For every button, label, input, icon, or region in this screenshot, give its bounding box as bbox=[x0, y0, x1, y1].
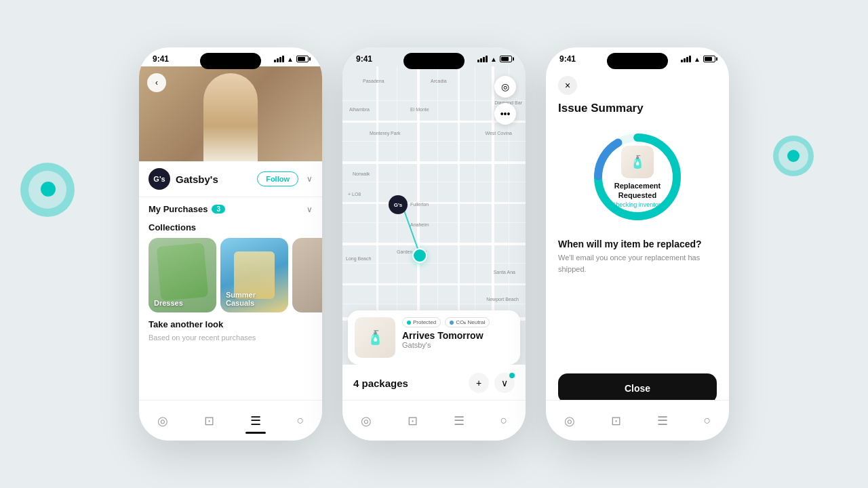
nav-location-1[interactable]: ◎ bbox=[157, 413, 168, 428]
list-icon-2: ☰ bbox=[454, 413, 465, 428]
protected-dot bbox=[407, 321, 411, 325]
location-control-button[interactable]: ◎ bbox=[494, 76, 516, 98]
back-button[interactable]: ‹ bbox=[147, 73, 166, 92]
map-label-long-beach: Long Beach bbox=[346, 256, 371, 261]
phone-issue: 9:41 ▲ × Issue Summary bbox=[546, 47, 729, 441]
dynamic-island-3 bbox=[607, 53, 668, 69]
donut-center: 🧴 Replacement Requested Checking invento… bbox=[612, 146, 664, 209]
bottom-nav-2: ◎ ⊡ ☰ ○ bbox=[342, 400, 526, 441]
nav-bag-2[interactable]: ⊡ bbox=[408, 413, 418, 428]
deco-circle-right bbox=[773, 136, 814, 176]
close-action-button[interactable]: Close bbox=[558, 373, 717, 403]
modal-content: × Issue Summary 🧴 Replacement Requested … bbox=[546, 66, 729, 338]
status-time-3: 9:41 bbox=[559, 54, 576, 64]
nav-bag-1[interactable]: ⊡ bbox=[204, 413, 214, 428]
co2-dot bbox=[450, 321, 454, 325]
chevron-icon: ∨ bbox=[307, 174, 313, 184]
person-icon: ○ bbox=[297, 413, 304, 428]
deco-dot-right bbox=[787, 150, 800, 162]
dynamic-island-2 bbox=[403, 53, 465, 69]
map-label-anaheim: Anaheim bbox=[410, 222, 429, 227]
arrives-label: Arrives Tomorrow bbox=[402, 330, 513, 341]
nav-bag-3[interactable]: ⊡ bbox=[611, 413, 621, 428]
svg-rect-12 bbox=[342, 141, 526, 142]
collection-dresses[interactable]: Dresses bbox=[149, 238, 216, 312]
protected-label: Protected bbox=[413, 319, 436, 325]
question-desc: We'll email you once your replacement ha… bbox=[558, 252, 717, 274]
purchases-label: My Purchases bbox=[149, 204, 208, 214]
notification-dot bbox=[509, 373, 515, 378]
chevron-down-icon: ∨ bbox=[501, 378, 508, 388]
collection-summer-label: Summer Casuals bbox=[226, 291, 256, 307]
follow-button[interactable]: Follow bbox=[257, 171, 298, 186]
status-bar-3: 9:41 ▲ bbox=[546, 47, 729, 66]
collection-more[interactable] bbox=[292, 238, 322, 312]
package-shop: Gatsby's bbox=[402, 341, 513, 349]
hero-image: ‹ bbox=[139, 66, 322, 161]
phone-map: 9:41 ▲ bbox=[342, 47, 526, 441]
location-icon: ◎ bbox=[157, 413, 168, 428]
signal-icon-2 bbox=[477, 56, 488, 62]
svg-rect-2 bbox=[342, 161, 526, 164]
shop-avatar: G's bbox=[149, 168, 170, 190]
map-label-norwalk: Norwalk bbox=[353, 171, 370, 176]
add-icon: + bbox=[476, 378, 481, 388]
expand-packages-button[interactable]: ∨ bbox=[494, 373, 515, 393]
nav-location-3[interactable]: ◎ bbox=[564, 413, 575, 428]
shop-name: Gatsby's bbox=[176, 174, 218, 185]
wifi-icon-3: ▲ bbox=[694, 56, 701, 63]
profile-row: G's Gatsby's Follow ∨ bbox=[149, 168, 313, 190]
packages-actions: + ∨ bbox=[469, 373, 515, 393]
collection-dresses-label: Dresses bbox=[154, 299, 183, 307]
packages-footer: 4 packages + ∨ bbox=[342, 365, 526, 401]
map-label-monterey: Monterey Park bbox=[370, 131, 401, 136]
deco-circle-left bbox=[20, 163, 75, 217]
list-icon: ☰ bbox=[250, 413, 261, 428]
profile-left: G's Gatsby's bbox=[149, 168, 218, 190]
status-bar-1: 9:41 ▲ bbox=[139, 47, 322, 66]
nav-list-2[interactable]: ☰ bbox=[454, 413, 465, 428]
protected-badge: Protected bbox=[402, 317, 441, 327]
nav-list-1[interactable]: ☰ bbox=[250, 413, 261, 428]
package-info: Protected CO₂ Neutral Arrives Tomorrow G… bbox=[402, 317, 513, 358]
map-label-newport: Newport Beach bbox=[486, 297, 519, 302]
status-time-1: 9:41 bbox=[153, 54, 169, 64]
nav-location-2[interactable]: ◎ bbox=[361, 413, 372, 428]
person-icon-3: ○ bbox=[704, 413, 711, 428]
collection-summer[interactable]: Summer Casuals bbox=[220, 238, 288, 312]
purchases-badge: 3 bbox=[212, 205, 225, 214]
co2-badge: CO₂ Neutral bbox=[445, 317, 490, 327]
take-another-look-label: Take another look bbox=[139, 312, 322, 332]
svg-rect-5 bbox=[342, 283, 526, 285]
list-icon-3: ☰ bbox=[657, 413, 668, 428]
bottom-nav-1: ◎ ⊡ ☰ ○ bbox=[139, 400, 322, 441]
donut-status-text: Replacement Requested bbox=[612, 181, 664, 201]
wifi-icon: ▲ bbox=[287, 56, 294, 63]
more-control-button[interactable]: ••• bbox=[494, 103, 516, 125]
donut-product-thumb: 🧴 bbox=[621, 146, 654, 178]
wifi-icon-2: ▲ bbox=[490, 56, 497, 63]
add-package-button[interactable]: + bbox=[469, 373, 489, 393]
dynamic-island-1 bbox=[200, 53, 261, 69]
purchases-row[interactable]: My Purchases 3 ∨ bbox=[139, 197, 322, 218]
take-another-look-sub: Based on your recent purchases bbox=[139, 332, 322, 343]
nav-list-3[interactable]: ☰ bbox=[657, 413, 668, 428]
map-label-alhambra: Alhambra bbox=[349, 107, 370, 112]
close-modal-button[interactable]: × bbox=[558, 76, 577, 95]
location-icon-2: ◎ bbox=[361, 413, 372, 428]
nav-profile-1[interactable]: ○ bbox=[297, 413, 304, 428]
svg-rect-14 bbox=[342, 222, 526, 223]
package-badges: Protected CO₂ Neutral bbox=[402, 317, 513, 327]
bag-icon-3: ⊡ bbox=[611, 413, 621, 428]
bottom-nav-3: ◎ ⊡ ☰ ○ bbox=[546, 400, 729, 441]
map-label-fullerton: Fullerton bbox=[410, 202, 429, 207]
map-label-arcadia: Arcadia bbox=[431, 79, 447, 83]
status-bar-2: 9:41 ▲ bbox=[342, 47, 526, 66]
signal-icon bbox=[274, 56, 284, 62]
co2-label: CO₂ Neutral bbox=[456, 319, 485, 325]
battery-icon-3 bbox=[703, 56, 715, 62]
nav-profile-3[interactable]: ○ bbox=[704, 413, 711, 428]
nav-profile-2[interactable]: ○ bbox=[500, 413, 508, 428]
svg-rect-4 bbox=[342, 243, 526, 245]
battery-icon-2 bbox=[500, 56, 512, 62]
